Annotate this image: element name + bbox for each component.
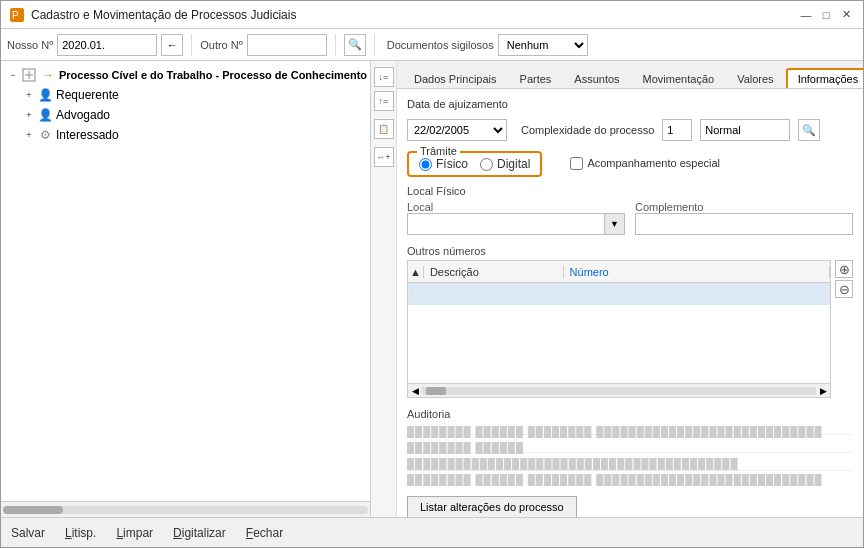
list-alteracoes-button[interactable]: Listar alterações do processo (407, 496, 577, 517)
app-icon: P (9, 7, 25, 23)
auditoria-section: Auditoria ████████ ██████ ████████ █████… (407, 408, 853, 517)
remove-row-button[interactable]: ⊖ (835, 280, 853, 298)
fechar-button[interactable]: Fechar (244, 526, 285, 540)
radio-fisico[interactable] (419, 158, 432, 171)
vert-btn-4[interactable]: ↔+ (374, 147, 394, 167)
acomp-row: Acompanhamento especial (570, 157, 720, 170)
save-button[interactable]: Salvar (9, 526, 47, 540)
table-scroll-thumb (426, 387, 446, 395)
radio-fisico-label[interactable]: Físico (436, 157, 468, 171)
interessado-icon: ⚙ (37, 127, 53, 143)
date-group: Data de ajuizamento (407, 97, 508, 111)
local-value (408, 223, 604, 225)
tree-root[interactable]: − → Processo Cível e do Trabalho - Proce… (1, 65, 370, 85)
table-scroll-track[interactable] (422, 387, 816, 395)
tab-movimentacao[interactable]: Movimentação (632, 69, 726, 88)
docs-select[interactable]: Nenhum (498, 34, 588, 56)
complexity-search-icon: 🔍 (802, 124, 816, 137)
tab-partes[interactable]: Partes (509, 69, 563, 88)
radio-digital-group: Digital (480, 157, 530, 171)
title-bar: P Cadastro e Movimentação de Processos J… (1, 1, 863, 29)
complexity-label: Complexidade do processo (521, 124, 654, 136)
search-group: 🔍 (344, 34, 375, 56)
nosso-group: Nosso Nº ← (7, 34, 192, 56)
title-controls: — □ ✕ (797, 6, 855, 24)
advogado-label: Advogado (56, 108, 110, 122)
search-icon: 🔍 (348, 38, 362, 51)
tab-informacoes[interactable]: Informações (786, 68, 863, 88)
nosso-back-btn[interactable]: ← (161, 34, 183, 56)
acomp-checkbox[interactable] (570, 157, 583, 170)
add-row-button[interactable]: ⊕ (835, 260, 853, 278)
svg-text:P: P (12, 10, 19, 21)
title-bar-left: P Cadastro e Movimentação de Processos J… (9, 7, 296, 23)
tree-item-interessado[interactable]: + ⚙ Interessado (1, 125, 370, 145)
local-dropdown[interactable]: ▼ (407, 213, 625, 235)
search-button[interactable]: 🔍 (344, 34, 366, 56)
add-icon: ⊕ (839, 262, 850, 277)
right-panel: Dados Principais Partes Assuntos Movimen… (397, 61, 863, 517)
table-body: → (408, 283, 830, 383)
tramite-box: Trâmite Físico Digital (407, 151, 542, 177)
vert-btn-3-icon: 📋 (378, 124, 389, 134)
minimize-button[interactable]: — (797, 6, 815, 24)
table-row-arrow: → (408, 288, 413, 300)
tramite-acomp-row: Trâmite Físico Digital Acompanha (407, 149, 853, 177)
vert-btn-2[interactable]: ↑= (374, 91, 394, 111)
litisp-button[interactable]: Litisp. (63, 526, 98, 540)
radio-digital-label[interactable]: Digital (497, 157, 530, 171)
limpar-button[interactable]: Limpar (114, 526, 155, 540)
advogado-expand[interactable]: + (21, 107, 37, 123)
table-row[interactable]: → (408, 283, 830, 305)
complexity-value-input[interactable] (700, 119, 790, 141)
bottom-bar: Salvar Litisp. Limpar Digitalizar Fechar (1, 517, 863, 547)
tree-item-advogado[interactable]: + 👤 Advogado (1, 105, 370, 125)
outro-input[interactable] (247, 34, 327, 56)
complemento-input[interactable] (635, 213, 853, 235)
complexity-num-input[interactable] (662, 119, 692, 141)
tree-container: − → Processo Cível e do Trabalho - Proce… (1, 61, 370, 501)
complexity-search-btn[interactable]: 🔍 (798, 119, 820, 141)
vert-btn-1-icon: ↓= (379, 72, 389, 82)
radio-digital[interactable] (480, 158, 493, 171)
digitalizar-label: Digitalizar (173, 526, 226, 540)
digitalizar-button[interactable]: Digitalizar (171, 526, 228, 540)
tree-item-requerente[interactable]: + 👤 Requerente (1, 85, 370, 105)
tree-root-expand[interactable]: − (5, 67, 21, 83)
table-scroll-right-btn[interactable]: ▶ (816, 386, 830, 396)
table-scrollbar: ◀ ▶ (408, 383, 830, 397)
auditoria-line-2: ████████ ██████ ████████████████████████… (407, 440, 853, 472)
local-row: Local ▼ Complemento (407, 201, 853, 235)
table-sort-header[interactable]: ▲ (408, 266, 424, 278)
tab-dados[interactable]: Dados Principais (403, 69, 508, 88)
left-scroll-thumb (3, 506, 63, 514)
limpar-label: Limpar (116, 526, 153, 540)
local-section: Local Físico Local ▼ Complemento (407, 185, 853, 235)
acomp-label[interactable]: Acompanhamento especial (587, 157, 720, 169)
maximize-button[interactable]: □ (817, 6, 835, 24)
advogado-icon: 👤 (37, 107, 53, 123)
requerente-expand[interactable]: + (21, 87, 37, 103)
close-button[interactable]: ✕ (837, 6, 855, 24)
date-select[interactable]: 22/02/2005 (407, 119, 507, 141)
local-dropdown-arrow[interactable]: ▼ (604, 214, 624, 234)
outros-section: Outros números ▲ Descrição Número (407, 245, 853, 398)
nosso-input[interactable] (57, 34, 157, 56)
auditoria-line-3: ████████ ██████ ████████ ███████████████… (407, 472, 853, 488)
table-scroll-left-btn[interactable]: ◀ (408, 386, 422, 396)
left-scroll-track[interactable] (3, 506, 368, 514)
interessado-label: Interessado (56, 128, 119, 142)
radio-fisico-group: Físico (419, 157, 468, 171)
vert-btn-3[interactable]: 📋 (374, 119, 394, 139)
back-icon: ← (167, 39, 178, 51)
local-col: Local ▼ (407, 201, 625, 235)
outros-table: ▲ Descrição Número → (407, 260, 831, 398)
date-complexity-row: Data de ajuizamento (407, 97, 853, 111)
tab-valores[interactable]: Valores (726, 69, 784, 88)
save-label: Salvar (11, 526, 45, 540)
outro-label: Outro Nº (200, 39, 243, 51)
interessado-expand[interactable]: + (21, 127, 37, 143)
vert-btn-4-icon: ↔+ (376, 152, 390, 162)
tab-assuntos[interactable]: Assuntos (563, 69, 630, 88)
vert-btn-1[interactable]: ↓= (374, 67, 394, 87)
